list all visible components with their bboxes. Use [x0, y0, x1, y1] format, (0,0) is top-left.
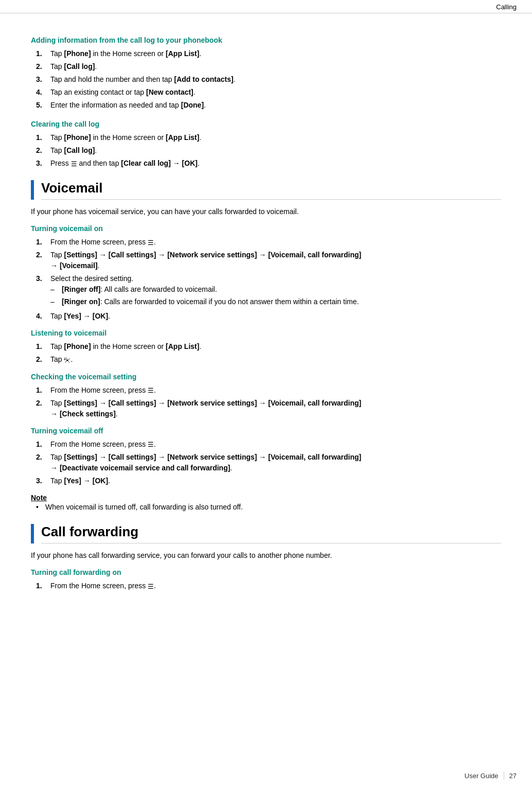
- adding-steps-list: 1. Tap [Phone] in the Home screen or [Ap…: [36, 48, 501, 111]
- listening-voicemail-heading: Listening to voicemail: [31, 329, 501, 337]
- list-item: 4. Tap [Yes] → [OK].: [36, 311, 501, 322]
- footer-divider: [504, 771, 504, 780]
- turning-voicemail-on-heading: Turning voicemail on: [31, 224, 501, 233]
- turning-voicemail-off-list: 1. From the Home screen, press ☰. 2. Tap…: [36, 439, 501, 486]
- list-item: 2. Tap [Settings] → [Call settings] → [N…: [36, 250, 501, 271]
- checking-voicemail-list: 1. From the Home screen, press ☰. 2. Tap…: [36, 385, 501, 419]
- voicemail-section-divider: Voicemail: [31, 180, 501, 200]
- checking-voicemail-heading: Checking the voicemail setting: [31, 373, 501, 381]
- main-content: Adding information from the call log to …: [0, 13, 532, 624]
- clearing-steps-list: 1. Tap [Phone] in the Home screen or [Ap…: [36, 132, 501, 169]
- turning-call-forwarding-on-heading: Turning call forwarding on: [31, 568, 501, 576]
- adding-heading: Adding information from the call log to …: [31, 36, 501, 44]
- note-text: When voicemail is turned off, call forwa…: [45, 502, 243, 513]
- list-item: 3. Select the desired setting. – [Ringer…: [36, 273, 501, 309]
- list-item: 2. Tap [Settings] → [Call settings] → [N…: [36, 398, 501, 419]
- note-list: • When voicemail is turned off, call for…: [36, 502, 501, 513]
- turning-voicemail-off-heading: Turning voicemail off: [31, 427, 501, 435]
- call-forwarding-section-divider: Call forwarding: [31, 524, 501, 543]
- call-forwarding-intro: If your phone has call forwarding servic…: [31, 550, 501, 561]
- list-item: 3. Tap and hold the number and then tap …: [36, 74, 501, 85]
- page-header: Calling: [0, 0, 532, 13]
- clearing-heading: Clearing the call log: [31, 120, 501, 128]
- list-item: 2. Tap [Call log].: [36, 61, 501, 72]
- list-item: 2. Tap [Call log].: [36, 145, 501, 156]
- list-item: 3. Press ☰ and then tap [Clear call log]…: [36, 158, 501, 169]
- header-title: Calling: [496, 3, 517, 11]
- list-item: 5. Enter the information as needed and t…: [36, 100, 501, 111]
- turning-voicemail-on-list: 1. From the Home screen, press ☰. 2. Tap…: [36, 237, 501, 322]
- list-item: 1. Tap [Phone] in the Home screen or [Ap…: [36, 132, 501, 143]
- list-item: 1. From the Home screen, press ☰.: [36, 237, 501, 248]
- list-item: 4. Tap an existing contact or tap [New c…: [36, 87, 501, 98]
- blue-accent-bar: [31, 180, 34, 200]
- footer-label: User Guide: [465, 772, 499, 780]
- note-label: Note: [31, 494, 501, 502]
- listening-voicemail-list: 1. Tap [Phone] in the Home screen or [Ap…: [36, 341, 501, 365]
- turning-call-forwarding-on-list: 1. From the Home screen, press ☰.: [36, 581, 501, 591]
- blue-accent-bar-2: [31, 524, 34, 543]
- list-item: 1. From the Home screen, press ☰.: [36, 439, 501, 450]
- list-item: 1. From the Home screen, press ☰.: [36, 581, 501, 591]
- note-item: • When voicemail is turned off, call for…: [36, 502, 501, 513]
- list-item: 3. Tap [Yes] → [OK].: [36, 476, 501, 486]
- list-item: 2. Tap [Settings] → [Call settings] → [N…: [36, 452, 501, 473]
- call-forwarding-title: Call forwarding: [41, 524, 501, 543]
- footer-page-number: 27: [509, 772, 517, 780]
- voicemail-note-section: Note • When voicemail is turned off, cal…: [31, 494, 501, 513]
- list-item: 1. From the Home screen, press ☰.: [36, 385, 501, 396]
- voicemail-intro: If your phone has voicemail service, you…: [31, 206, 501, 217]
- voicemail-title: Voicemail: [41, 180, 501, 200]
- list-item: 1. Tap [Phone] in the Home screen or [Ap…: [36, 48, 501, 59]
- list-item: 1. Tap [Phone] in the Home screen or [Ap…: [36, 341, 501, 352]
- page-footer: User Guide 27: [465, 771, 517, 780]
- list-item: 2. Tap ⏧.: [36, 354, 501, 365]
